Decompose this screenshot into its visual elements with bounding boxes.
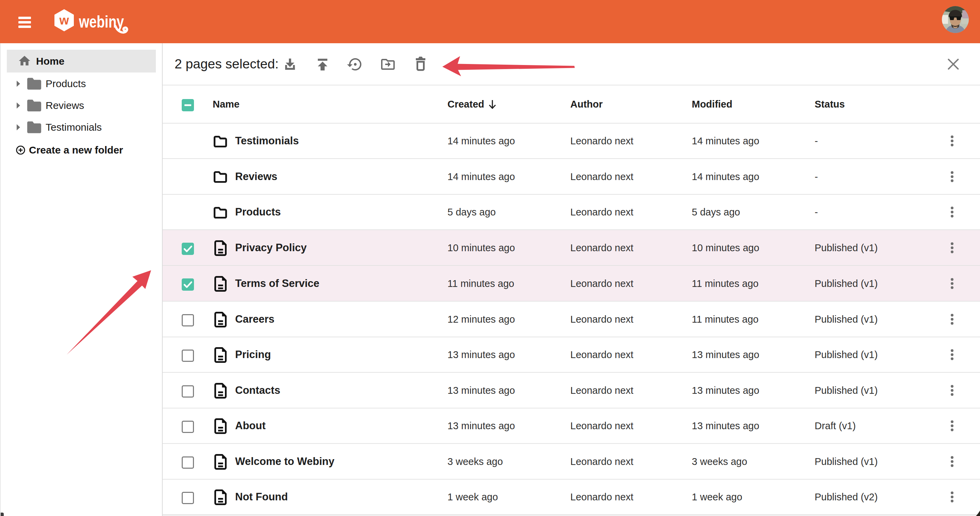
- svg-text:w: w: [59, 13, 69, 27]
